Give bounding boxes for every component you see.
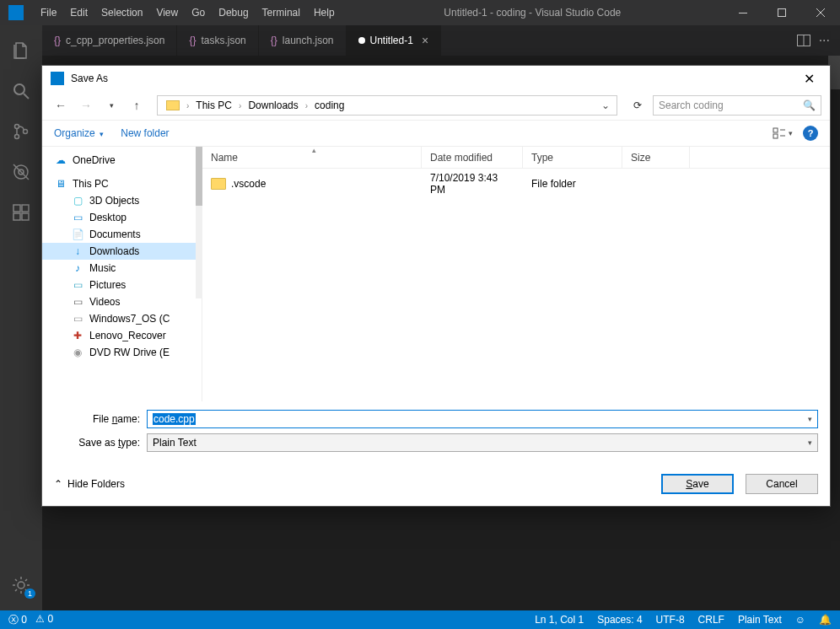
source-control-icon[interactable] [0,113,42,150]
status-warnings[interactable]: ⚠ 0 [35,613,53,627]
tab-label: launch.json [283,35,334,46]
tree-node-videos[interactable]: ▭Videos [42,293,202,310]
status-language[interactable]: Plain Text [738,614,782,626]
column-type[interactable]: Type [523,147,622,168]
tree-node-lenovo-recover[interactable]: ✚Lenovo_Recover [42,327,202,344]
split-editor-icon[interactable] [797,35,810,46]
breadcrumb-item[interactable]: This PC [191,98,237,113]
column-date[interactable]: Date modified [422,147,523,168]
svg-rect-18 [773,134,778,138]
tree-node-desktop[interactable]: ▭Desktop [42,209,202,226]
tab-tasks-json[interactable]: {} tasks.json [177,25,258,56]
cancel-button[interactable]: Cancel [746,474,818,494]
tree-scrollbar[interactable] [196,147,202,298]
saveastype-combo[interactable]: Plain Text ▾ [147,433,818,452]
tab-untitled-1[interactable]: Untitled-1 × [347,25,442,56]
chevron-down-icon[interactable]: ▾ [808,438,812,447]
tab-launch-json[interactable]: {} launch.json [259,25,347,56]
extensions-icon[interactable] [0,194,42,231]
status-spaces[interactable]: Spaces: 4 [597,614,642,626]
more-actions-icon[interactable]: ··· [819,33,830,48]
status-encoding[interactable]: UTF-8 [656,614,685,626]
breadcrumb-dropdown-icon[interactable]: ⌄ [601,99,613,111]
file-list: Name ▴ Date modified Type Size .vscode 7… [202,147,830,401]
nav-forward-icon: → [76,99,96,112]
menu-view[interactable]: View [149,7,185,19]
down-icon: ↓ [71,245,84,257]
chevron-right-icon[interactable]: › [186,101,189,110]
maximize-button[interactable] [762,0,801,25]
search-icon[interactable]: 🔍 [803,99,816,111]
tree-node-documents[interactable]: 📄Documents [42,226,202,243]
tree-node-this-pc[interactable]: 🖥This PC [42,175,202,192]
status-ln-col[interactable]: Ln 1, Col 1 [535,614,584,626]
tab-c-cpp-properties[interactable]: {} c_cpp_properties.json [42,25,177,56]
breadcrumb-item[interactable]: coding [310,98,349,113]
tree-node-3d-objects[interactable]: ▢3D Objects [42,192,202,209]
debug-icon[interactable] [0,153,42,191]
saveastype-label: Save as type: [54,437,147,449]
breadcrumb-item[interactable]: Downloads [243,98,303,113]
new-folder-button[interactable]: New folder [121,127,169,139]
dialog-body: ☁OneDrive🖥This PC▢3D Objects▭Desktop📄Doc… [42,147,830,401]
minimize-button[interactable] [724,0,762,25]
tree-node-pictures[interactable]: ▭Pictures [42,277,202,293]
menu-go[interactable]: Go [185,7,212,19]
nav-back-icon[interactable]: ← [51,99,71,112]
status-bell-icon[interactable]: 🔔 [819,614,832,626]
dialog-title: Save As [71,73,108,84]
explorer-icon[interactable] [0,32,42,69]
status-eol[interactable]: CRLF [698,614,724,626]
desktop-icon: ▭ [71,212,84,223]
drive-icon: ▭ [71,313,84,325]
tab-label: Untitled-1 [370,35,413,46]
file-date-cell: 7/10/2019 3:43 PM [422,172,523,196]
tab-close-icon[interactable]: × [422,34,428,47]
menu-edit[interactable]: Edit [63,7,94,19]
nav-recent-dropdown-icon[interactable]: ▾ [101,101,121,110]
refresh-icon[interactable]: ⟳ [627,99,648,111]
menu-help[interactable]: Help [307,7,342,19]
breadcrumb[interactable]: › This PC › Downloads › coding ⌄ [157,95,617,116]
help-icon[interactable]: ? [803,126,818,141]
chevron-down-icon[interactable]: ▾ [808,415,812,423]
save-button[interactable]: Save [661,474,734,494]
chevron-right-icon[interactable]: › [239,101,241,110]
file-row[interactable]: .vscode 7/10/2019 3:43 PM File folder [202,169,830,199]
column-name[interactable]: Name ▴ [202,147,422,168]
close-button[interactable] [801,0,840,25]
svg-rect-12 [13,205,20,212]
status-feedback-icon[interactable]: ☺ [795,614,805,626]
search-placeholder: Search coding [659,99,724,111]
tree-node-music[interactable]: ♪Music [42,260,202,277]
folder-icon [211,178,226,190]
tree-node-label: Music [89,262,116,274]
scrollbar-thumb[interactable] [196,147,202,206]
menu-file[interactable]: File [34,7,63,19]
menu-terminal[interactable]: Terminal [256,7,307,19]
nav-up-icon[interactable]: ↑ [127,99,147,112]
tree-node-downloads[interactable]: ↓Downloads [42,243,202,260]
hide-folders-button[interactable]: ⌃ Hide Folders [54,478,125,490]
tree-node-windows7-os-c[interactable]: ▭Windows7_OS (C [42,310,202,327]
dialog-close-icon[interactable]: ✕ [797,71,821,87]
organize-button[interactable]: Organize ▾ [54,127,104,139]
breadcrumb-root-icon[interactable] [161,99,185,112]
menu-selection[interactable]: Selection [94,7,149,19]
update-badge: 1 [24,589,35,599]
json-icon: {} [189,35,196,46]
view-options-icon[interactable]: ▾ [773,127,793,139]
tree-node-label: Lenovo_Recover [89,330,166,341]
tree-node-dvd-rw-drive-e[interactable]: ◉DVD RW Drive (E [42,344,202,361]
tree-node-onedrive[interactable]: ☁OneDrive [42,152,202,169]
gear-icon[interactable]: 1 [0,567,42,604]
status-errors[interactable]: ⓧ 0 [8,613,27,627]
search-icon[interactable] [0,73,42,110]
column-size[interactable]: Size [622,147,690,168]
filename-label: File name: [54,413,147,425]
menu-debug[interactable]: Debug [212,7,255,19]
file-list-headers: Name ▴ Date modified Type Size [202,147,830,169]
chevron-right-icon[interactable]: › [305,101,308,110]
filename-input[interactable]: code.cpp ▾ [147,410,818,428]
search-input[interactable]: Search coding 🔍 [653,95,821,116]
